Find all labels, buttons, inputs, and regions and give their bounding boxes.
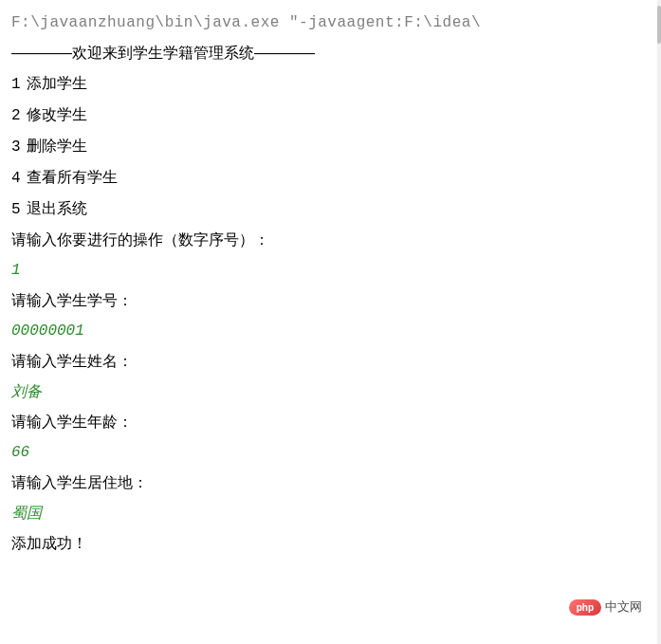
menu-number: 5 xyxy=(11,201,21,218)
watermark: php 中文网 xyxy=(569,598,642,616)
command-line: F:\javaanzhuang\bin\java.exe "-javaagent… xyxy=(11,8,650,38)
result-message: 添加成功！ xyxy=(11,528,650,559)
watermark-text: 中文网 xyxy=(605,598,642,616)
scrollbar-track[interactable] xyxy=(657,0,661,644)
prompt-student-id: 请输入学生学号： xyxy=(11,285,650,316)
menu-number: 3 xyxy=(11,138,21,156)
menu-number: 4 xyxy=(11,170,21,187)
watermark-badge: php xyxy=(569,599,601,616)
prompt-student-name: 请输入学生姓名： xyxy=(11,346,650,377)
user-input-student-addr: 蜀国 xyxy=(11,498,650,528)
menu-item-1: 1添加学生 xyxy=(11,68,650,100)
menu-label: 添加学生 xyxy=(27,75,87,91)
console-output: F:\javaanzhuang\bin\java.exe "-javaagent… xyxy=(11,8,650,559)
prompt-action: 请输入你要进行的操作（数字序号）： xyxy=(11,225,650,255)
menu-item-5: 5退出系统 xyxy=(11,193,650,225)
menu-item-3: 3删除学生 xyxy=(11,131,650,162)
welcome-banner: ————欢迎来到学生学籍管理系统———— xyxy=(11,38,650,68)
menu-label: 查看所有学生 xyxy=(27,169,118,185)
menu-number: 1 xyxy=(11,76,21,93)
user-input-student-name: 刘备 xyxy=(11,377,650,407)
menu-item-2: 2修改学生 xyxy=(11,100,650,131)
menu-number: 2 xyxy=(11,107,21,124)
menu-label: 修改学生 xyxy=(27,106,87,122)
prompt-student-addr: 请输入学生居住地： xyxy=(11,468,650,498)
scrollbar-thumb[interactable] xyxy=(657,6,661,44)
menu-item-4: 4查看所有学生 xyxy=(11,162,650,193)
user-input-student-id: 00000001 xyxy=(11,316,650,346)
menu-label: 删除学生 xyxy=(27,138,87,154)
user-input-action: 1 xyxy=(11,255,650,285)
menu-label: 退出系统 xyxy=(27,200,87,216)
prompt-student-age: 请输入学生年龄： xyxy=(11,407,650,437)
user-input-student-age: 66 xyxy=(11,437,650,468)
